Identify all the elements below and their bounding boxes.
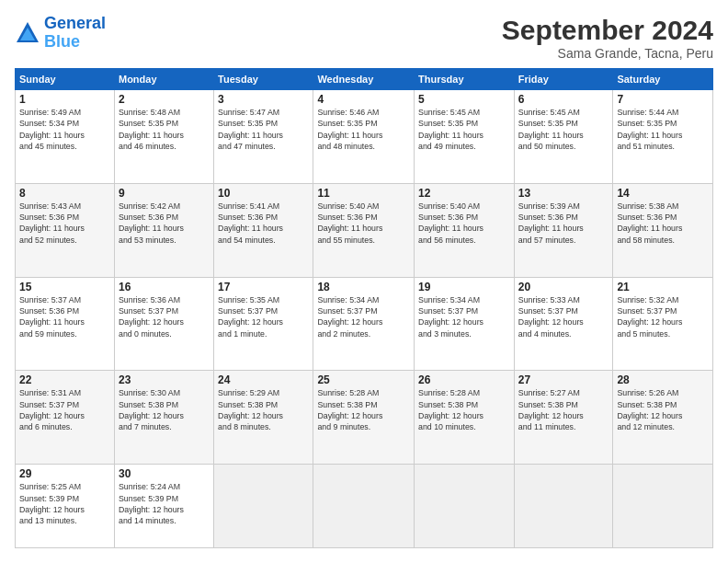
day-number: 11 [317,187,410,200]
day-number: 1 [19,93,110,106]
day-info: Sunrise: 5:40 AMSunset: 5:36 PMDaylight:… [317,201,410,246]
day-number: 28 [617,373,709,386]
table-row: 24Sunrise: 5:29 AMSunset: 5:38 PMDayligh… [214,371,313,465]
col-saturday: Saturday [613,69,713,90]
table-row: 5Sunrise: 5:45 AMSunset: 5:35 PMDaylight… [415,90,515,184]
day-info: Sunrise: 5:26 AMSunset: 5:38 PMDaylight:… [617,387,709,432]
day-number: 6 [518,93,609,106]
table-row: 22Sunrise: 5:31 AMSunset: 5:37 PMDayligh… [16,371,115,465]
col-monday: Monday [114,69,213,90]
day-number: 25 [317,373,410,386]
day-number: 8 [19,187,110,200]
day-number: 23 [119,373,210,386]
title-block: September 2024 Sama Grande, Tacna, Peru [502,15,713,61]
day-info: Sunrise: 5:35 AMSunset: 5:37 PMDaylight:… [218,294,309,339]
day-info: Sunrise: 5:38 AMSunset: 5:36 PMDaylight:… [617,201,709,246]
table-row: 25Sunrise: 5:28 AMSunset: 5:38 PMDayligh… [313,371,415,465]
page: General Blue September 2024 Sama Grande,… [0,0,728,563]
day-info: Sunrise: 5:34 AMSunset: 5:37 PMDaylight:… [418,294,510,339]
table-row: 15Sunrise: 5:37 AMSunset: 5:36 PMDayligh… [16,277,115,371]
day-number: 15 [19,281,110,293]
day-number: 21 [617,281,709,293]
location: Sama Grande, Tacna, Peru [502,46,713,61]
day-info: Sunrise: 5:49 AMSunset: 5:34 PMDaylight:… [19,107,110,152]
day-info: Sunrise: 5:37 AMSunset: 5:36 PMDaylight:… [19,294,110,339]
calendar: Sunday Monday Tuesday Wednesday Thursday… [15,68,713,548]
table-row: 14Sunrise: 5:38 AMSunset: 5:36 PMDayligh… [613,183,713,277]
day-number: 13 [518,187,609,200]
day-info: Sunrise: 5:44 AMSunset: 5:35 PMDaylight:… [617,107,709,152]
day-info: Sunrise: 5:47 AMSunset: 5:35 PMDaylight:… [218,107,309,152]
table-row: 12Sunrise: 5:40 AMSunset: 5:36 PMDayligh… [415,183,515,277]
day-info: Sunrise: 5:46 AMSunset: 5:35 PMDaylight:… [317,107,410,152]
day-number: 22 [19,373,110,386]
day-info: Sunrise: 5:31 AMSunset: 5:37 PMDaylight:… [19,387,110,432]
day-number: 3 [218,93,309,106]
day-number: 19 [418,281,510,293]
day-number: 24 [218,373,309,386]
day-number: 29 [19,467,110,480]
table-row: 3Sunrise: 5:47 AMSunset: 5:35 PMDaylight… [214,90,313,184]
col-wednesday: Wednesday [313,69,415,90]
day-number: 4 [317,93,410,106]
table-row: 21Sunrise: 5:32 AMSunset: 5:37 PMDayligh… [613,277,713,371]
table-row: 20Sunrise: 5:33 AMSunset: 5:37 PMDayligh… [514,277,613,371]
col-tuesday: Tuesday [214,69,313,90]
day-number: 18 [317,281,410,293]
logo-icon [15,20,40,46]
table-row: 29Sunrise: 5:25 AMSunset: 5:39 PMDayligh… [16,465,115,548]
day-number: 14 [617,187,709,200]
month-title: September 2024 [502,15,713,46]
table-row: 10Sunrise: 5:41 AMSunset: 5:36 PMDayligh… [214,183,313,277]
day-info: Sunrise: 5:34 AMSunset: 5:37 PMDaylight:… [317,294,410,339]
day-info: Sunrise: 5:27 AMSunset: 5:38 PMDaylight:… [518,387,609,432]
day-info: Sunrise: 5:40 AMSunset: 5:36 PMDaylight:… [418,201,510,246]
day-number: 20 [518,281,609,293]
table-row [514,465,613,548]
day-number: 10 [218,187,309,200]
table-row: 26Sunrise: 5:28 AMSunset: 5:38 PMDayligh… [415,371,515,465]
day-number: 12 [418,187,510,200]
table-row [613,465,713,548]
header-row: Sunday Monday Tuesday Wednesday Thursday… [16,69,713,90]
table-row [415,465,515,548]
day-info: Sunrise: 5:28 AMSunset: 5:38 PMDaylight:… [418,387,510,432]
week-row: 29Sunrise: 5:25 AMSunset: 5:39 PMDayligh… [16,465,713,548]
table-row: 2Sunrise: 5:48 AMSunset: 5:35 PMDaylight… [114,90,213,184]
day-info: Sunrise: 5:43 AMSunset: 5:36 PMDaylight:… [19,201,110,246]
table-row: 13Sunrise: 5:39 AMSunset: 5:36 PMDayligh… [514,183,613,277]
table-row: 27Sunrise: 5:27 AMSunset: 5:38 PMDayligh… [514,371,613,465]
day-info: Sunrise: 5:33 AMSunset: 5:37 PMDaylight:… [518,294,609,339]
week-row: 8Sunrise: 5:43 AMSunset: 5:36 PMDaylight… [16,183,713,277]
table-row [214,465,313,548]
day-info: Sunrise: 5:30 AMSunset: 5:38 PMDaylight:… [119,387,210,432]
table-row: 6Sunrise: 5:45 AMSunset: 5:35 PMDaylight… [514,90,613,184]
day-number: 27 [518,373,609,386]
week-row: 1Sunrise: 5:49 AMSunset: 5:34 PMDaylight… [16,90,713,184]
day-info: Sunrise: 5:39 AMSunset: 5:36 PMDaylight:… [518,201,609,246]
day-number: 26 [418,373,510,386]
day-info: Sunrise: 5:32 AMSunset: 5:37 PMDaylight:… [617,294,709,339]
day-info: Sunrise: 5:42 AMSunset: 5:36 PMDaylight:… [119,201,210,246]
table-row: 19Sunrise: 5:34 AMSunset: 5:37 PMDayligh… [415,277,515,371]
table-row: 1Sunrise: 5:49 AMSunset: 5:34 PMDaylight… [16,90,115,184]
table-row: 18Sunrise: 5:34 AMSunset: 5:37 PMDayligh… [313,277,415,371]
day-info: Sunrise: 5:45 AMSunset: 5:35 PMDaylight:… [418,107,510,152]
logo-text: General Blue [44,15,106,52]
day-info: Sunrise: 5:29 AMSunset: 5:38 PMDaylight:… [218,387,309,432]
col-thursday: Thursday [415,69,515,90]
table-row: 11Sunrise: 5:40 AMSunset: 5:36 PMDayligh… [313,183,415,277]
table-row: 7Sunrise: 5:44 AMSunset: 5:35 PMDaylight… [613,90,713,184]
day-number: 2 [119,93,210,106]
col-friday: Friday [514,69,613,90]
day-info: Sunrise: 5:24 AMSunset: 5:39 PMDaylight:… [119,481,210,526]
table-row: 16Sunrise: 5:36 AMSunset: 5:37 PMDayligh… [114,277,213,371]
table-row: 9Sunrise: 5:42 AMSunset: 5:36 PMDaylight… [114,183,213,277]
header: General Blue September 2024 Sama Grande,… [15,15,713,61]
logo: General Blue [15,15,106,52]
table-row: 23Sunrise: 5:30 AMSunset: 5:38 PMDayligh… [114,371,213,465]
table-row [313,465,415,548]
table-row: 17Sunrise: 5:35 AMSunset: 5:37 PMDayligh… [214,277,313,371]
col-sunday: Sunday [16,69,115,90]
table-row: 8Sunrise: 5:43 AMSunset: 5:36 PMDaylight… [16,183,115,277]
